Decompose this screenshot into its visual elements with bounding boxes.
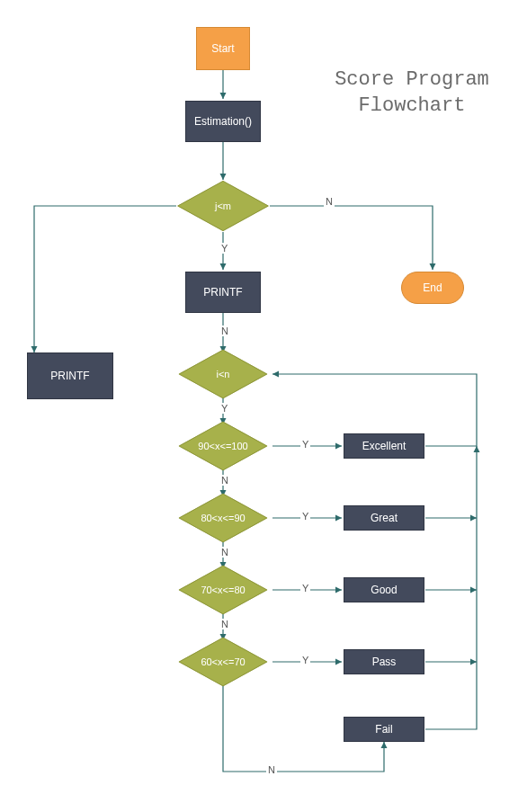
estimation-node: Estimation() bbox=[185, 101, 261, 142]
cond3-label: 70<x<=80 bbox=[201, 584, 245, 595]
c2-n-label: N bbox=[219, 547, 230, 558]
r3-label: Good bbox=[371, 584, 397, 596]
c1-y-label: Y bbox=[300, 439, 310, 450]
cond2-label: 80<x<=90 bbox=[201, 513, 245, 523]
end-node: End bbox=[401, 272, 464, 304]
in-label: i<n bbox=[217, 369, 230, 379]
printf-left-label: PRINTF bbox=[50, 370, 89, 382]
cond4-label: 60<x<=70 bbox=[201, 656, 245, 667]
start-label: Start bbox=[211, 42, 234, 55]
r1-label: Excellent bbox=[362, 440, 406, 452]
printf-n-label: N bbox=[219, 326, 230, 336]
jm-label: j<m bbox=[215, 201, 231, 211]
result-great: Great bbox=[344, 505, 424, 531]
r2-label: Great bbox=[371, 512, 397, 524]
jm-y-label: Y bbox=[219, 243, 229, 254]
cond-90-100: 90<x<=100 bbox=[174, 424, 272, 468]
c3-y-label: Y bbox=[300, 583, 310, 593]
jm-n-label: N bbox=[324, 196, 335, 207]
result-good: Good bbox=[344, 577, 424, 602]
cond-80-90: 80<x<=90 bbox=[174, 496, 272, 540]
c3-n-label: N bbox=[219, 619, 230, 629]
r5-label: Fail bbox=[375, 723, 392, 736]
diagram-title: Score Program Flowchart bbox=[322, 67, 502, 119]
result-fail: Fail bbox=[344, 717, 424, 742]
cond-70-80: 70<x<=80 bbox=[174, 568, 272, 611]
c1-n-label: N bbox=[219, 475, 230, 486]
c4-n-label: N bbox=[266, 764, 277, 775]
result-pass: Pass bbox=[344, 649, 424, 674]
cond1-label: 90<x<=100 bbox=[198, 441, 247, 451]
title-line1: Score Program bbox=[335, 68, 489, 91]
result-excellent: Excellent bbox=[344, 433, 424, 459]
end-label: End bbox=[423, 281, 442, 294]
c2-y-label: Y bbox=[300, 511, 310, 522]
c4-y-label: Y bbox=[300, 655, 310, 665]
estimation-label: Estimation() bbox=[194, 115, 252, 128]
start-node: Start bbox=[196, 27, 250, 70]
printf-left-node: PRINTF bbox=[27, 352, 113, 399]
flowchart-edges bbox=[0, 0, 527, 812]
in-y-label: Y bbox=[219, 403, 229, 414]
printf-main-node: PRINTF bbox=[185, 272, 261, 313]
cond-60-70: 60<x<=70 bbox=[174, 640, 272, 683]
r4-label: Pass bbox=[372, 656, 397, 668]
title-line2: Flowchart bbox=[359, 94, 466, 117]
printf-main-label: PRINTF bbox=[203, 286, 242, 299]
in-decision: i<n bbox=[174, 352, 272, 396]
jm-decision: j<m bbox=[176, 180, 270, 232]
